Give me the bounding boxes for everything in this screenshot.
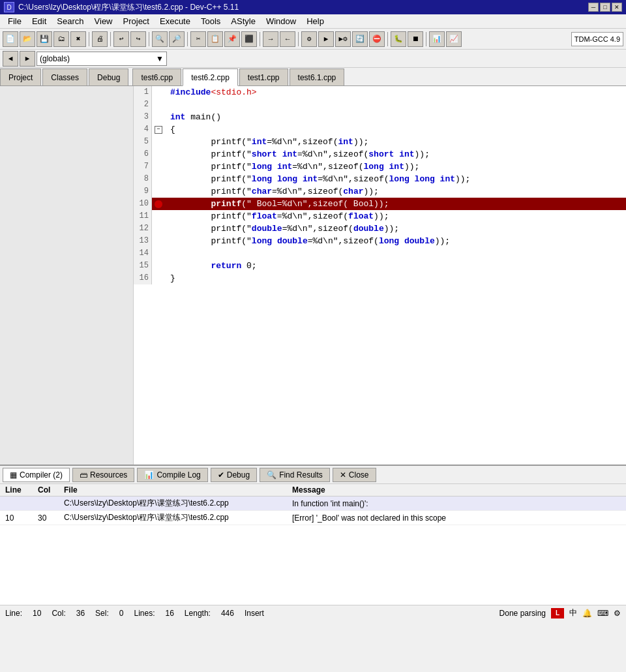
code-line: 1#include<stdio.h> xyxy=(134,86,626,99)
menu-item-search[interactable]: Search xyxy=(52,15,89,27)
select-all-button[interactable]: ⬛ xyxy=(241,31,257,47)
open-button[interactable]: 📂 xyxy=(20,31,35,47)
menu-item-project[interactable]: Project xyxy=(118,15,155,27)
debug-stop-button[interactable]: ⏹ xyxy=(408,31,423,47)
code-content: printf("double=%d\n",sizeof(double)); xyxy=(165,222,399,235)
line-marker: − xyxy=(152,123,165,136)
fold-icon[interactable]: − xyxy=(155,126,162,134)
panel-tab-debug[interactable]: Debug xyxy=(89,69,128,85)
code-content: } xyxy=(165,272,175,284)
toolbar-sep-6 xyxy=(298,32,299,46)
line-number: 11 xyxy=(134,210,152,222)
code-content xyxy=(165,247,170,260)
maximize-button[interactable]: □ xyxy=(600,3,610,12)
line-number: 9 xyxy=(134,185,152,198)
bottom-tab-label: Debug xyxy=(227,470,250,480)
code-content: printf("char=%d\n",sizeof(char)); xyxy=(165,185,379,198)
menu-item-window[interactable]: Window xyxy=(261,15,301,27)
line-marker xyxy=(152,160,165,173)
save-button[interactable]: 💾 xyxy=(37,31,52,47)
error-cell-file: C:\Users\lzy\Desktop\程序\课堂练习\test6.2.cpp xyxy=(59,496,287,511)
close-button[interactable]: ✕ xyxy=(612,3,622,12)
code-content: #include<stdio.h> xyxy=(165,86,257,99)
line-number: 2 xyxy=(134,99,152,111)
toolbar-sep-7 xyxy=(387,32,388,46)
file-tab-test1-cpp[interactable]: test1.cpp xyxy=(239,69,288,85)
bottom-tab-find-results[interactable]: 🔍Find Results xyxy=(260,468,330,482)
run-button[interactable]: ▶ xyxy=(318,31,334,47)
toolbar-secondary: ◀ ▶ (globals) ▼ xyxy=(0,50,626,68)
menu-item-help[interactable]: Help xyxy=(301,15,329,27)
panel-tab-classes[interactable]: Classes xyxy=(42,69,87,85)
file-tab-test6-1.cpp[interactable]: test6.1.cpp xyxy=(290,69,345,85)
close-file-button[interactable]: ✖ xyxy=(70,31,86,47)
status-bar: Line: 10 Col: 36 Sel: 0 Lines: 16 Length… xyxy=(0,605,626,620)
file-tabs: test6.cpptest6.2.cpptest1.cpptest6.1.cpp xyxy=(132,69,346,85)
redo-button[interactable]: ↪ xyxy=(130,31,146,47)
status-done: Done parsing xyxy=(499,609,546,618)
main-area: 1#include<stdio.h>23int main()4−{5 print… xyxy=(0,86,626,465)
menu-item-file[interactable]: File xyxy=(3,15,27,27)
menu-item-tools[interactable]: Tools xyxy=(196,15,226,27)
chart2-button[interactable]: 📈 xyxy=(446,31,462,47)
file-tab-test6-cpp[interactable]: test6.cpp xyxy=(132,69,181,85)
toolbar-sep-1 xyxy=(89,32,89,46)
find-button[interactable]: 🔍 xyxy=(152,31,168,47)
code-content: printf("float=%d\n",sizeof(float)); xyxy=(165,210,389,222)
menu-item-edit[interactable]: Edit xyxy=(27,15,52,27)
file-tab-test6-2.cpp[interactable]: test6.2.cpp xyxy=(183,69,238,86)
paste-button[interactable]: 📌 xyxy=(224,31,240,47)
line-number: 16 xyxy=(134,272,152,284)
undo-button[interactable]: ↩ xyxy=(113,31,129,47)
code-content xyxy=(165,99,170,111)
scope-arrow-icon: ▼ xyxy=(156,54,164,63)
scope-dropdown[interactable]: (globals) ▼ xyxy=(37,52,167,66)
title-bar: D C:\Users\lzy\Desktop\程序\课堂练习\test6.2.c… xyxy=(0,0,626,14)
bottom-tab-compile-log[interactable]: 📊Compile Log xyxy=(137,468,207,482)
bottom-tab-label: Resources xyxy=(90,470,127,480)
code-editor[interactable]: 1#include<stdio.h>23int main()4−{5 print… xyxy=(134,86,626,465)
scope-back-button[interactable]: ◀ xyxy=(3,51,18,67)
status-line-label: Line: xyxy=(5,609,22,618)
bottom-tab-close[interactable]: ✕Close xyxy=(333,468,376,482)
status-insert: Insert xyxy=(245,609,264,618)
menu-item-astyle[interactable]: AStyle xyxy=(226,15,261,27)
indent-button[interactable]: → xyxy=(263,31,278,47)
error-cell-col xyxy=(33,496,59,511)
line-marker xyxy=(152,148,165,160)
line-marker xyxy=(152,86,165,99)
save-all-button[interactable]: 🗂 xyxy=(53,31,69,47)
unindent-button[interactable]: ← xyxy=(280,31,295,47)
code-line: 14 xyxy=(134,247,626,260)
panel-tabs: ProjectClassesDebug xyxy=(0,69,130,85)
bottom-tab-resources[interactable]: 🗃Resources xyxy=(72,468,134,482)
status-line-val: 10 xyxy=(33,609,41,618)
code-line: 5 printf("int=%d\n",sizeof(int)); xyxy=(134,136,626,148)
debug-button[interactable]: 🐛 xyxy=(391,31,406,47)
replace-button[interactable]: 🔎 xyxy=(169,31,185,47)
panel-tab-project[interactable]: Project xyxy=(0,69,41,85)
rebuild-button[interactable]: 🔄 xyxy=(352,31,368,47)
line-marker xyxy=(152,173,165,185)
bottom-tab-compiler-2[interactable]: ▦Compiler (2) xyxy=(3,468,70,482)
code-line: 7 printf("long int=%d\n",sizeof(long int… xyxy=(134,160,626,173)
cut-button[interactable]: ✂ xyxy=(190,31,206,47)
menu-item-view[interactable]: View xyxy=(89,15,118,27)
window-controls: ─ □ ✕ xyxy=(588,3,622,12)
minimize-button[interactable]: ─ xyxy=(588,3,599,12)
new-button[interactable]: 📄 xyxy=(3,31,18,47)
copy-button[interactable]: 📋 xyxy=(207,31,223,47)
col-message: Message xyxy=(287,484,626,496)
compile-button[interactable]: ⚙ xyxy=(301,31,317,47)
bottom-tab-debug[interactable]: ✔Debug xyxy=(211,468,257,482)
scope-forward-button[interactable]: ▶ xyxy=(20,51,35,67)
menu-item-execute[interactable]: Execute xyxy=(155,15,196,27)
compile-run-button[interactable]: ▶⚙ xyxy=(335,31,351,47)
print-button[interactable]: 🖨 xyxy=(92,31,108,47)
status-lines-val: 16 xyxy=(166,609,174,618)
code-content: printf("long int=%d\n",sizeof(long int))… xyxy=(165,160,419,173)
chart1-button[interactable]: 📊 xyxy=(429,31,445,47)
status-lines-label: Lines: xyxy=(134,609,155,618)
code-content: int main() xyxy=(165,111,221,123)
stop-button[interactable]: ⛔ xyxy=(369,31,385,47)
